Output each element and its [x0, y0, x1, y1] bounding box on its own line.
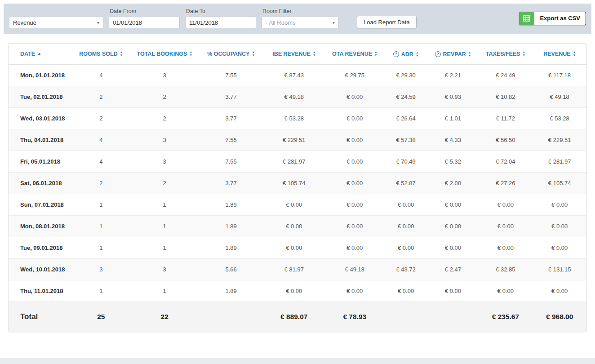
value-cell: € 24.49 [478, 64, 533, 86]
value-cell: € 0.00 [427, 237, 478, 258]
column-header-revpar[interactable]: ?REVPAR▲▼ [427, 44, 478, 64]
column-header-ibe-revenue[interactable]: IBE REVENUE▲▼ [263, 44, 325, 64]
value-cell: € 29.75 [325, 64, 384, 86]
value-cell: 3.77 [199, 86, 262, 107]
value-cell: € 0.00 [325, 280, 384, 302]
value-cell: € 0.00 [384, 215, 427, 237]
column-label: ADR [401, 51, 413, 58]
date-cell: Wed, 03.01.2018 [9, 107, 72, 129]
report-table: DATE▲ROOMS SOLD▲▼TOTAL BOOKINGS▲▼% OCCUP… [9, 44, 586, 332]
value-cell: € 0.00 [325, 194, 384, 215]
value-cell: € 0.00 [325, 129, 384, 151]
load-report-button[interactable]: Load Report Data [357, 16, 417, 28]
sort-icon: ▲▼ [468, 51, 471, 57]
date-to-field: Date To [185, 8, 256, 28]
sort-icon: ▲▼ [189, 51, 192, 57]
help-icon[interactable]: ? [393, 51, 399, 57]
value-cell: € 0.00 [478, 215, 533, 237]
value-cell: € 0.00 [325, 215, 384, 237]
value-cell: € 0.00 [263, 194, 325, 215]
value-cell: 1 [130, 194, 199, 215]
export-csv-label: Export as CSV [534, 12, 586, 25]
value-cell: € 27.26 [478, 172, 533, 194]
value-cell: 2 [72, 172, 130, 194]
export-csv-button[interactable]: Export as CSV [519, 12, 586, 25]
sort-ascending-icon: ▲ [37, 52, 41, 56]
room-filter-select[interactable]: - All Rooms ▾ [262, 17, 339, 28]
value-cell: € 29.30 [384, 64, 427, 86]
value-cell: € 26.64 [384, 107, 427, 129]
value-cell: 1 [130, 280, 199, 302]
value-cell: 7.55 [199, 129, 262, 151]
value-cell: 3.77 [199, 107, 262, 129]
value-cell: 1 [72, 280, 130, 302]
value-cell: € 0.00 [263, 215, 325, 237]
date-from-field: Date From [109, 8, 180, 28]
date-from-input[interactable] [109, 17, 180, 28]
value-cell: € 2.21 [427, 64, 478, 86]
value-cell: € 49.18 [263, 86, 325, 107]
value-cell: € 0.00 [533, 215, 586, 237]
report-type-value: Revenue [13, 19, 36, 26]
value-cell: € 0.00 [533, 194, 586, 215]
value-cell: € 0.00 [384, 280, 427, 302]
total-value-cell: € 78.93 [325, 302, 384, 332]
column-header-date[interactable]: DATE▲ [9, 44, 72, 64]
value-cell: € 11.72 [478, 107, 533, 129]
date-cell: Wed, 10.01.2018 [9, 258, 72, 280]
sort-icon: ▲▼ [120, 51, 123, 57]
date-cell: Mon, 08.01.2018 [9, 215, 72, 237]
value-cell: € 281.97 [263, 151, 325, 172]
report-type-select[interactable]: Revenue ▾ [9, 17, 103, 28]
page: Revenue ▾ Date From Date To Room Filter … [0, 0, 595, 332]
value-cell: € 0.00 [384, 237, 427, 258]
column-label: REVPAR [443, 51, 466, 58]
bottom-strip [0, 358, 595, 364]
value-cell: € 87.43 [263, 64, 325, 86]
value-cell: € 0.00 [325, 107, 384, 129]
sort-icon: ▲▼ [252, 51, 254, 57]
column-header-occupancy[interactable]: % OCCUPANCY▲▼ [199, 44, 262, 64]
total-label: Total [9, 302, 72, 332]
value-cell: € 105.74 [263, 172, 325, 194]
value-cell: 3 [130, 64, 199, 86]
value-cell: € 5.32 [427, 151, 478, 172]
value-cell: € 0.93 [427, 86, 478, 107]
sort-icon: ▲▼ [313, 51, 315, 57]
value-cell: € 0.00 [263, 280, 325, 302]
value-cell: € 10.82 [478, 86, 533, 107]
chevron-down-icon: ▾ [97, 20, 99, 25]
table-row: Sat, 06.01.2018223.77€ 105.74€ 0.00€ 52.… [9, 172, 586, 194]
value-cell: € 1.01 [427, 107, 478, 129]
chevron-down-icon: ▾ [333, 20, 335, 25]
column-header-total-bookings[interactable]: TOTAL BOOKINGS▲▼ [130, 44, 199, 64]
column-header-ota-revenue[interactable]: OTA REVENUE▲▼ [325, 44, 384, 64]
column-label: TAXES/FEES [486, 51, 520, 57]
value-cell: 2 [130, 172, 199, 194]
value-cell: € 70.49 [384, 151, 427, 172]
value-cell: € 131.15 [533, 258, 586, 280]
total-value-cell [384, 302, 427, 332]
total-value-cell [427, 302, 478, 332]
value-cell: € 53.28 [263, 107, 325, 129]
sort-icon: ▲▼ [416, 51, 418, 57]
help-icon[interactable]: ? [435, 51, 441, 57]
value-cell: 1 [130, 237, 199, 258]
value-cell: € 0.00 [263, 237, 325, 258]
column-label: TOTAL BOOKINGS [137, 51, 187, 57]
value-cell: € 0.00 [533, 237, 586, 258]
date-to-input[interactable] [185, 17, 256, 28]
date-cell: Mon, 01.01.2018 [9, 64, 72, 86]
column-header-adr[interactable]: ?ADR▲▼ [384, 44, 427, 64]
column-header-revenue[interactable]: REVENUE▲▼ [533, 44, 586, 64]
room-filter-field: Room Filter - All Rooms ▾ [262, 8, 339, 28]
value-cell: € 229.51 [533, 129, 586, 151]
column-header-rooms-sold[interactable]: ROOMS SOLD▲▼ [72, 44, 130, 64]
value-cell: 3.77 [199, 172, 262, 194]
value-cell: 1 [130, 215, 199, 237]
value-cell: € 72.04 [478, 151, 533, 172]
value-cell: € 105.74 [533, 172, 586, 194]
table-body: Mon, 01.01.2018437.55€ 87.43€ 29.75€ 29.… [9, 64, 586, 302]
room-filter-label: Room Filter [262, 8, 339, 14]
column-header-taxes-fees[interactable]: TAXES/FEES▲▼ [478, 44, 533, 64]
